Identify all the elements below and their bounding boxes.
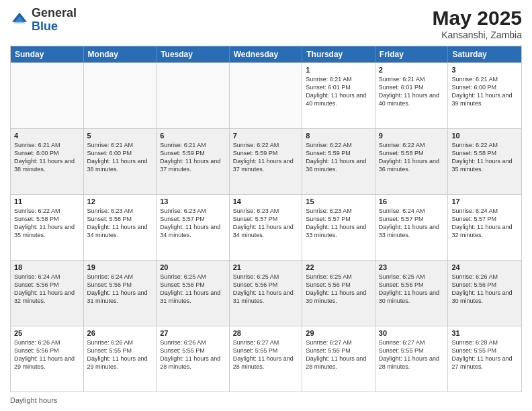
cell-info: Sunrise: 6:24 AMSunset: 5:57 PMDaylight:… <box>379 207 445 240</box>
cell-info: Sunrise: 6:23 AMSunset: 5:57 PMDaylight:… <box>160 207 226 240</box>
cell-info: Sunrise: 6:21 AMSunset: 6:01 PMDaylight:… <box>306 75 371 108</box>
cell-date-number: 24 <box>451 263 518 271</box>
cell-info: Sunrise: 6:21 AMSunset: 6:00 PMDaylight:… <box>87 141 153 174</box>
day-cell-1: 1Sunrise: 6:21 AMSunset: 6:01 PMDaylight… <box>302 63 375 128</box>
day-cell-30: 30Sunrise: 6:27 AMSunset: 5:55 PMDayligh… <box>375 326 449 392</box>
cell-info: Sunrise: 6:26 AMSunset: 5:56 PMDaylight:… <box>451 273 518 306</box>
day-cell-24: 24Sunrise: 6:26 AMSunset: 5:56 PMDayligh… <box>448 261 521 326</box>
cell-date-number: 7 <box>233 132 299 140</box>
calendar-row-1: 1Sunrise: 6:21 AMSunset: 6:01 PMDaylight… <box>11 62 521 128</box>
calendar-row-4: 18Sunrise: 6:24 AMSunset: 5:56 PMDayligh… <box>11 260 521 326</box>
cell-date-number: 6 <box>160 132 226 140</box>
day-cell-6: 6Sunrise: 6:21 AMSunset: 5:59 PMDaylight… <box>157 129 230 194</box>
empty-cell <box>230 63 303 128</box>
empty-cell <box>157 63 230 128</box>
cell-date-number: 16 <box>379 197 445 205</box>
cell-info: Sunrise: 6:26 AMSunset: 5:56 PMDaylight:… <box>14 338 80 371</box>
cell-date-number: 23 <box>379 263 445 271</box>
cell-info: Sunrise: 6:24 AMSunset: 5:56 PMDaylight:… <box>14 273 80 306</box>
cell-date-number: 10 <box>451 132 518 140</box>
cell-date-number: 18 <box>14 263 80 271</box>
day-cell-2: 2Sunrise: 6:21 AMSunset: 6:01 PMDaylight… <box>375 63 449 128</box>
header-day-wednesday: Wednesday <box>230 46 303 62</box>
day-cell-17: 17Sunrise: 6:24 AMSunset: 5:57 PMDayligh… <box>448 195 521 260</box>
header-day-sunday: Sunday <box>11 46 84 62</box>
cell-info: Sunrise: 6:28 AMSunset: 5:55 PMDaylight:… <box>451 338 518 371</box>
footer: Daylight hours <box>10 396 522 404</box>
cell-date-number: 5 <box>87 132 153 140</box>
day-cell-7: 7Sunrise: 6:22 AMSunset: 5:59 PMDaylight… <box>230 129 303 194</box>
day-cell-18: 18Sunrise: 6:24 AMSunset: 5:56 PMDayligh… <box>11 261 84 326</box>
cell-date-number: 26 <box>87 329 153 337</box>
cell-info: Sunrise: 6:25 AMSunset: 5:56 PMDaylight:… <box>233 273 299 306</box>
cell-info: Sunrise: 6:21 AMSunset: 6:01 PMDaylight:… <box>379 75 445 108</box>
day-cell-26: 26Sunrise: 6:26 AMSunset: 5:55 PMDayligh… <box>84 326 157 392</box>
cell-date-number: 17 <box>451 197 518 205</box>
cell-info: Sunrise: 6:25 AMSunset: 5:56 PMDaylight:… <box>306 273 371 306</box>
day-cell-5: 5Sunrise: 6:21 AMSunset: 6:00 PMDaylight… <box>84 129 157 194</box>
day-cell-29: 29Sunrise: 6:27 AMSunset: 5:55 PMDayligh… <box>302 326 375 392</box>
cell-info: Sunrise: 6:23 AMSunset: 5:57 PMDaylight:… <box>306 207 371 240</box>
day-cell-15: 15Sunrise: 6:23 AMSunset: 5:57 PMDayligh… <box>302 195 375 260</box>
cell-date-number: 31 <box>451 329 518 337</box>
day-cell-28: 28Sunrise: 6:27 AMSunset: 5:55 PMDayligh… <box>230 326 303 392</box>
header-day-friday: Friday <box>375 46 449 62</box>
day-cell-11: 11Sunrise: 6:22 AMSunset: 5:58 PMDayligh… <box>11 195 84 260</box>
day-cell-3: 3Sunrise: 6:21 AMSunset: 6:00 PMDaylight… <box>448 63 521 128</box>
logo-icon <box>10 11 29 30</box>
day-cell-19: 19Sunrise: 6:24 AMSunset: 5:56 PMDayligh… <box>84 261 157 326</box>
cell-info: Sunrise: 6:23 AMSunset: 5:58 PMDaylight:… <box>87 207 153 240</box>
logo-blue-text: Blue <box>32 19 58 33</box>
cell-date-number: 9 <box>379 132 445 140</box>
day-cell-10: 10Sunrise: 6:22 AMSunset: 5:58 PMDayligh… <box>448 129 521 194</box>
logo: General Blue <box>10 7 77 34</box>
cell-info: Sunrise: 6:26 AMSunset: 5:55 PMDaylight:… <box>87 338 153 371</box>
header-day-monday: Monday <box>84 46 157 62</box>
day-cell-22: 22Sunrise: 6:25 AMSunset: 5:56 PMDayligh… <box>302 261 375 326</box>
day-cell-8: 8Sunrise: 6:22 AMSunset: 5:59 PMDaylight… <box>302 129 375 194</box>
page: General Blue May 2025 Kansanshi, Zambia … <box>0 0 532 411</box>
header-day-thursday: Thursday <box>302 46 375 62</box>
calendar-row-2: 4Sunrise: 6:21 AMSunset: 6:00 PMDaylight… <box>11 128 521 194</box>
cell-info: Sunrise: 6:24 AMSunset: 5:56 PMDaylight:… <box>87 273 153 306</box>
cell-info: Sunrise: 6:26 AMSunset: 5:55 PMDaylight:… <box>160 338 226 371</box>
empty-cell <box>11 63 84 128</box>
cell-date-number: 27 <box>160 329 226 337</box>
cell-date-number: 1 <box>306 66 371 74</box>
header-day-saturday: Saturday <box>448 46 521 62</box>
cell-date-number: 8 <box>306 132 371 140</box>
cell-date-number: 4 <box>14 132 80 140</box>
calendar-body: 1Sunrise: 6:21 AMSunset: 6:01 PMDaylight… <box>11 62 521 392</box>
cell-info: Sunrise: 6:22 AMSunset: 5:58 PMDaylight:… <box>451 141 518 174</box>
cell-date-number: 15 <box>306 197 371 205</box>
day-cell-9: 9Sunrise: 6:22 AMSunset: 5:58 PMDaylight… <box>375 129 449 194</box>
calendar-row-3: 11Sunrise: 6:22 AMSunset: 5:58 PMDayligh… <box>11 194 521 260</box>
cell-info: Sunrise: 6:21 AMSunset: 6:00 PMDaylight:… <box>14 141 80 174</box>
day-cell-13: 13Sunrise: 6:23 AMSunset: 5:57 PMDayligh… <box>157 195 230 260</box>
day-cell-12: 12Sunrise: 6:23 AMSunset: 5:58 PMDayligh… <box>84 195 157 260</box>
calendar-row-5: 25Sunrise: 6:26 AMSunset: 5:56 PMDayligh… <box>11 326 521 392</box>
logo-text: General Blue <box>32 7 77 34</box>
day-cell-31: 31Sunrise: 6:28 AMSunset: 5:55 PMDayligh… <box>448 326 521 392</box>
title-block: May 2025 Kansanshi, Zambia <box>433 7 522 40</box>
cell-date-number: 14 <box>233 197 299 205</box>
day-cell-27: 27Sunrise: 6:26 AMSunset: 5:55 PMDayligh… <box>157 326 230 392</box>
header: General Blue May 2025 Kansanshi, Zambia <box>10 7 522 40</box>
cell-date-number: 29 <box>306 329 371 337</box>
cell-info: Sunrise: 6:22 AMSunset: 5:58 PMDaylight:… <box>14 207 80 240</box>
header-day-tuesday: Tuesday <box>157 46 230 62</box>
cell-info: Sunrise: 6:24 AMSunset: 5:57 PMDaylight:… <box>451 207 518 240</box>
calendar-title: May 2025 <box>433 7 522 30</box>
cell-info: Sunrise: 6:27 AMSunset: 5:55 PMDaylight:… <box>306 338 371 371</box>
calendar-header: SundayMondayTuesdayWednesdayThursdayFrid… <box>11 46 521 62</box>
calendar-location: Kansanshi, Zambia <box>433 30 522 40</box>
cell-info: Sunrise: 6:25 AMSunset: 5:56 PMDaylight:… <box>379 273 445 306</box>
day-cell-4: 4Sunrise: 6:21 AMSunset: 6:00 PMDaylight… <box>11 129 84 194</box>
cell-date-number: 21 <box>233 263 299 271</box>
cell-info: Sunrise: 6:27 AMSunset: 5:55 PMDaylight:… <box>379 338 445 371</box>
cell-info: Sunrise: 6:23 AMSunset: 5:57 PMDaylight:… <box>233 207 299 240</box>
calendar: SundayMondayTuesdayWednesdayThursdayFrid… <box>10 46 522 392</box>
day-cell-16: 16Sunrise: 6:24 AMSunset: 5:57 PMDayligh… <box>375 195 449 260</box>
day-cell-21: 21Sunrise: 6:25 AMSunset: 5:56 PMDayligh… <box>230 261 303 326</box>
cell-info: Sunrise: 6:22 AMSunset: 5:59 PMDaylight:… <box>306 141 371 174</box>
